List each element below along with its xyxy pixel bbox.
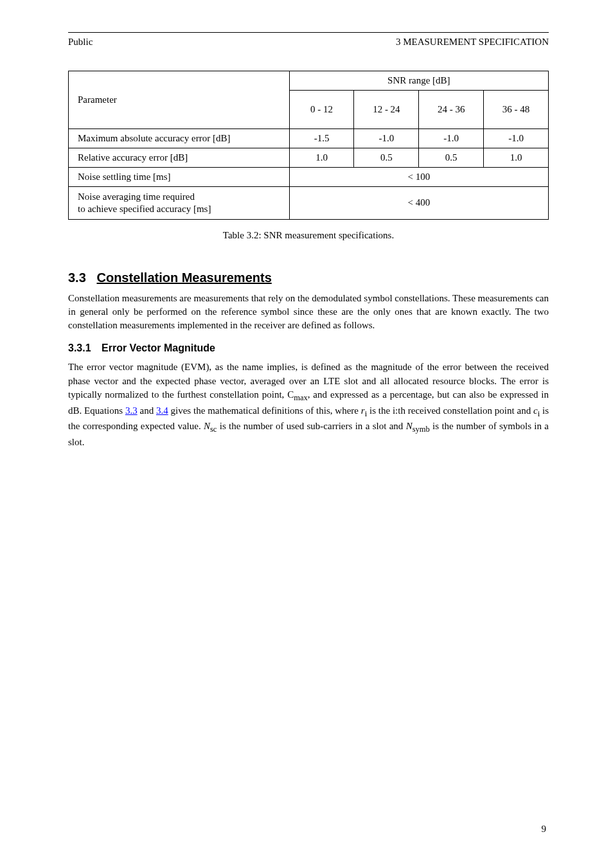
top-rule: [68, 32, 549, 33]
cell-merged: < 100: [289, 168, 548, 187]
snr-range-header: SNR range [dB]: [289, 71, 548, 91]
var: N: [204, 421, 210, 431]
paragraph: Constellation measurements are measureme…: [68, 292, 549, 333]
cell: -1.0: [484, 129, 549, 148]
subsection-number: 3.3.1: [68, 342, 91, 353]
row-label-line2: to achieve specified accuracy [ms]: [78, 204, 211, 214]
header-right: 3 MEASUREMENT SPECIFICATION: [396, 37, 549, 48]
row-label: Noise averaging time required to achieve…: [69, 187, 290, 220]
col-36-48: 36 - 48: [484, 91, 549, 129]
cell: 0.5: [419, 148, 484, 168]
table-row: Maximum absolute accuracy error [dB] -1.…: [69, 129, 549, 148]
cell: -1.0: [419, 129, 484, 148]
page-header: Public 3 MEASUREMENT SPECIFICATION: [68, 37, 549, 48]
subscript: max: [294, 393, 308, 402]
table-row: Parameter SNR range [dB]: [69, 71, 549, 91]
header-left: Public: [68, 37, 93, 48]
cell: -1.5: [289, 129, 354, 148]
table-caption: Table 3.2: SNR measurement specification…: [68, 230, 549, 241]
row-label-line1: Noise averaging time required: [78, 191, 195, 202]
paragraph: The error vector magnitude (EVM), as the…: [68, 360, 549, 449]
section-number: 3.3: [68, 270, 86, 285]
param-header: Parameter: [69, 71, 290, 129]
section-title: Constellation Measurements: [96, 270, 271, 285]
cell: 1.0: [484, 148, 549, 168]
cell: 1.0: [289, 148, 354, 168]
text: is the number of used sub-carriers in a …: [217, 421, 405, 431]
section-heading: 3.3 Constellation Measurements: [68, 270, 549, 285]
equation-ref-3-4[interactable]: 3.4: [156, 405, 168, 416]
col-0-12: 0 - 12: [289, 91, 354, 129]
col-24-36: 24 - 36: [419, 91, 484, 129]
row-label: Maximum absolute accuracy error [dB]: [69, 129, 290, 148]
snr-spec-table: Parameter SNR range [dB] 0 - 12 12 - 24 …: [68, 71, 549, 220]
subsection-heading: 3.3.1 Error Vector Magnitude: [68, 342, 549, 354]
subsection-title: Error Vector Magnitude: [102, 342, 215, 353]
table-row: Noise settling time [ms] < 100: [69, 168, 549, 187]
var: N: [406, 421, 413, 431]
cell: -1.0: [354, 129, 419, 148]
text: and: [138, 405, 156, 416]
row-label: Noise settling time [ms]: [69, 168, 290, 187]
var: c: [533, 405, 538, 416]
section-intro: Constellation measurements are measureme…: [68, 292, 549, 333]
cell: 0.5: [354, 148, 419, 168]
page-number: 9: [542, 824, 547, 835]
text: is the i:th received constellation point…: [367, 405, 533, 416]
subsection-body: The error vector magnitude (EVM), as the…: [68, 360, 549, 449]
equation-ref-3-3[interactable]: 3.3: [125, 405, 138, 416]
subscript: symb: [413, 425, 430, 434]
table-row: Relative accuracy error [dB] 1.0 0.5 0.5…: [69, 148, 549, 168]
cell-merged: < 400: [289, 187, 548, 220]
text: gives the mathematical definitions of th…: [168, 405, 361, 416]
subscript: sc: [210, 425, 217, 434]
row-label: Relative accuracy error [dB]: [69, 148, 290, 168]
table-row: Noise averaging time required to achieve…: [69, 187, 549, 220]
col-12-24: 12 - 24: [354, 91, 419, 129]
